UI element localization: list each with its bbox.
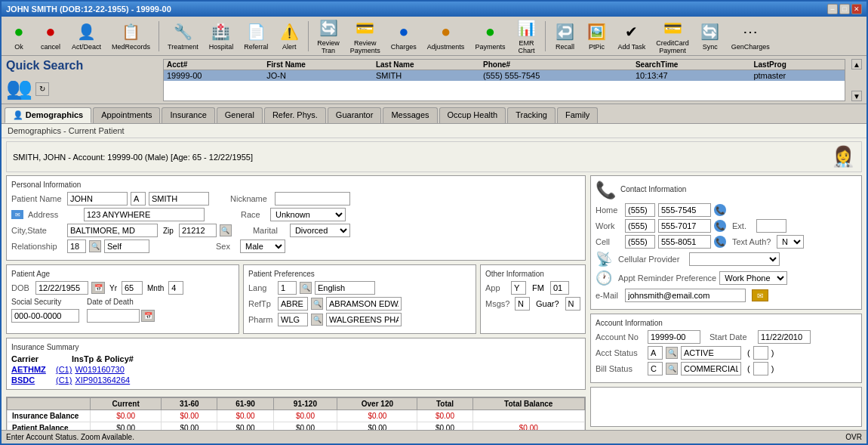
app-input[interactable] xyxy=(511,281,526,295)
ins-carrier-1[interactable]: AETHMZ xyxy=(11,365,53,374)
work-num-input[interactable] xyxy=(658,219,711,233)
sync-button[interactable]: 🔄 Sync xyxy=(696,19,725,53)
cell-num-input[interactable] xyxy=(658,235,711,249)
city-state-input[interactable] xyxy=(67,224,158,237)
adjustments-button[interactable]: ● Adjustments xyxy=(423,19,469,53)
address-input[interactable] xyxy=(84,208,205,221)
pharm-val-input[interactable] xyxy=(326,313,402,326)
dob-calendar-button[interactable]: 📅 xyxy=(91,282,105,294)
referral-button[interactable]: 📄 Referral xyxy=(240,19,272,53)
lang-val-input[interactable] xyxy=(315,281,375,295)
email-send-button[interactable]: ✉ xyxy=(752,289,768,301)
ins-carrier-2[interactable]: BSDC xyxy=(11,375,53,385)
ok-button[interactable]: ● Ok xyxy=(5,19,33,53)
cellular-provider-select[interactable] xyxy=(689,252,780,266)
med-records-button[interactable]: 📋 MedRecords xyxy=(108,19,154,53)
gen-charges-button[interactable]: ⋯ GenCharges xyxy=(728,19,774,53)
quick-search-refresh-button[interactable]: ↻ xyxy=(35,82,49,96)
tab-refer-phys[interactable]: Refer. Phys. xyxy=(264,107,326,123)
first-name-input[interactable] xyxy=(67,192,128,206)
work-area-input[interactable] xyxy=(625,219,655,233)
hospital-button[interactable]: 🏥 Hospital xyxy=(205,19,238,53)
credit-card-button[interactable]: 💳 CreditCardPayment xyxy=(652,15,693,57)
ext-input[interactable] xyxy=(756,219,786,233)
fm-input[interactable] xyxy=(550,281,569,295)
bill-status-search-button[interactable]: 🔍 xyxy=(666,363,678,375)
ptpic-button[interactable]: 🖼️ PtPic xyxy=(582,19,611,53)
scroll-down-button[interactable]: ▼ xyxy=(851,91,862,101)
dob-input[interactable] xyxy=(35,281,88,295)
zip-search-button[interactable]: 🔍 xyxy=(220,224,232,236)
nickname-input[interactable] xyxy=(275,192,350,206)
last-name-input[interactable] xyxy=(149,192,209,206)
email-input[interactable] xyxy=(625,289,746,302)
tab-appointments[interactable]: Appointments xyxy=(93,107,160,123)
minimize-button[interactable]: – xyxy=(827,4,838,14)
dod-input[interactable] xyxy=(87,309,140,323)
mnth-input[interactable] xyxy=(168,281,183,295)
maximize-button[interactable]: □ xyxy=(839,4,850,14)
cell-area-input[interactable] xyxy=(625,235,655,249)
relationship-search-button[interactable]: 🔍 xyxy=(89,240,101,252)
yr-input[interactable] xyxy=(122,281,143,295)
tab-tracking[interactable]: Tracking xyxy=(507,107,556,123)
reftp-val-input[interactable] xyxy=(326,297,402,311)
appt-reminder-select[interactable]: Work Phone Home Phone Cell xyxy=(719,271,787,285)
tab-insurance[interactable]: Insurance xyxy=(162,107,214,123)
relationship-input[interactable] xyxy=(67,239,86,253)
home-area-input[interactable] xyxy=(625,203,655,217)
scroll-up-button[interactable]: ▲ xyxy=(851,59,862,70)
table-row[interactable]: 19999-00 JO-N SMITH (555) 555-7545 10:13… xyxy=(164,70,845,82)
review-tran-button[interactable]: 🔄 ReviewTran xyxy=(313,15,343,57)
bill-status-extra[interactable] xyxy=(753,362,768,375)
reftp-code-input[interactable] xyxy=(278,297,308,311)
treatment-button[interactable]: 🔧 Treatment xyxy=(164,19,202,53)
race-select[interactable]: Unknown xyxy=(270,208,346,221)
bill-status-val-input[interactable] xyxy=(681,362,741,375)
ins-instp-2[interactable]: (C1) xyxy=(56,375,72,385)
add-task-button[interactable]: ✔ Add Task xyxy=(614,19,649,53)
dod-calendar-button[interactable]: 📅 xyxy=(141,310,155,322)
guar-input[interactable] xyxy=(565,297,580,311)
ins-policy-1[interactable]: W019160730 xyxy=(75,365,124,374)
bill-status-code-input[interactable] xyxy=(648,362,663,375)
cell-call-button[interactable]: 📞 xyxy=(714,236,726,248)
pharm-code-input[interactable] xyxy=(278,313,308,326)
tab-occup-health[interactable]: Occup Health xyxy=(439,107,506,123)
cancel-button[interactable]: ● cancel xyxy=(36,19,65,53)
start-date-input[interactable] xyxy=(758,330,811,344)
acct-status-extra[interactable] xyxy=(753,346,768,360)
text-auth-select[interactable]: NY xyxy=(777,235,804,249)
acct-status-search-button[interactable]: 🔍 xyxy=(666,347,678,359)
msgs-input[interactable] xyxy=(515,297,530,311)
lang-search-button[interactable]: 🔍 xyxy=(300,282,312,294)
marital-select[interactable]: Divorced xyxy=(290,224,350,237)
relationship-val-input[interactable] xyxy=(104,239,149,253)
sex-select[interactable]: Male Female xyxy=(240,239,285,253)
home-num-input[interactable] xyxy=(658,203,711,217)
reftp-search-button[interactable]: 🔍 xyxy=(311,298,323,310)
tab-family[interactable]: Family xyxy=(557,107,598,123)
acct-status-code-input[interactable] xyxy=(648,346,663,360)
ins-instp-1[interactable]: (C1) xyxy=(56,365,72,374)
tab-general[interactable]: General xyxy=(217,107,263,123)
lang-code-input[interactable] xyxy=(278,281,297,295)
ss-input[interactable] xyxy=(11,309,79,323)
tab-messages[interactable]: Messages xyxy=(383,107,437,123)
acct-status-val-input[interactable] xyxy=(681,346,741,360)
middle-initial-input[interactable] xyxy=(131,192,146,206)
tab-demographics[interactable]: 👤 Demographics xyxy=(5,107,91,123)
charges-button[interactable]: ● Charges xyxy=(387,19,420,53)
act-deact-button[interactable]: 👤 Act/Deact xyxy=(68,19,105,53)
ins-policy-2[interactable]: XIP901364264 xyxy=(75,375,130,385)
review-payments-button[interactable]: 💳 ReviewPayments xyxy=(346,15,384,57)
tab-guarantor[interactable]: Guarantor xyxy=(328,107,382,123)
close-button[interactable]: ✕ xyxy=(851,4,862,14)
home-call-button[interactable]: 📞 xyxy=(714,204,726,216)
emr-chart-button[interactable]: 📊 EMRChart xyxy=(512,15,540,57)
recall-button[interactable]: ↩️ Recall xyxy=(550,19,579,53)
alert-button[interactable]: ⚠️ Alert xyxy=(275,19,303,53)
pharm-search-button[interactable]: 🔍 xyxy=(311,314,323,326)
acct-no-input[interactable] xyxy=(648,330,700,344)
zip-input[interactable] xyxy=(179,224,217,237)
